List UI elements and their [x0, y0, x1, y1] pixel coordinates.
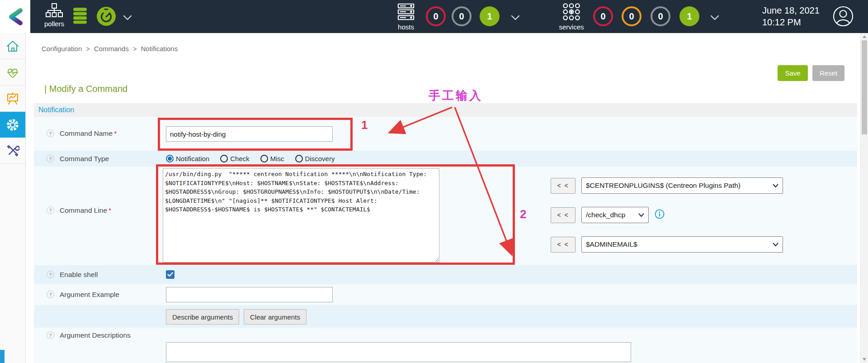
centreon-logo-icon: [6, 7, 25, 26]
radio-icon: [295, 155, 303, 162]
reset-button[interactable]: Reset: [812, 65, 844, 81]
breadcrumb-notifications[interactable]: Notifications: [141, 45, 178, 53]
services-label: services: [557, 23, 586, 31]
hosts-label: hosts: [392, 23, 420, 31]
services-critical-badge[interactable]: 0: [593, 6, 613, 26]
chevron-down-icon[interactable]: [123, 14, 132, 22]
save-button[interactable]: Save: [778, 65, 808, 81]
chevron-down-icon[interactable]: [511, 14, 520, 22]
sidebar-item-reporting[interactable]: [0, 86, 25, 112]
scroll-down-arrow[interactable]: [863, 358, 866, 361]
hosts-icon: [396, 3, 415, 21]
field-row-argument-descriptions: Argument Descriptions: [34, 328, 857, 363]
sidebar-item-home[interactable]: [0, 33, 25, 59]
centreon-logo[interactable]: [0, 0, 30, 33]
breadcrumb-commands[interactable]: Commands: [94, 45, 129, 53]
chevron-down-icon: [638, 213, 644, 217]
radio-selected-icon: [166, 155, 174, 162]
sidebar-item-monitoring[interactable]: [0, 59, 25, 86]
heart-pulse-icon: [6, 66, 19, 79]
hosts-unreachable-badge[interactable]: 0: [452, 6, 472, 26]
enable-shell-label: Enable shell: [60, 271, 98, 279]
sidebar: [0, 33, 26, 363]
insert-macro-button[interactable]: < <: [551, 178, 576, 194]
field-row-command-line: Command Line* /usr/bin/ding.py "***** ce…: [34, 167, 857, 265]
radio-discovery[interactable]: Discovery: [295, 155, 335, 162]
argument-descriptions-input[interactable]: [166, 342, 631, 362]
command-name-input[interactable]: [166, 126, 333, 142]
pollers-status[interactable]: pollers: [41, 3, 68, 28]
radio-check[interactable]: Check: [220, 155, 250, 162]
chevron-down-icon: [773, 243, 778, 247]
sidebar-item-configuration[interactable]: [0, 112, 25, 138]
command-name-label: Command Name*: [60, 129, 117, 138]
insert-macro-button[interactable]: < <: [551, 207, 576, 223]
tab-notification[interactable]: Notification: [34, 103, 79, 117]
macro-row-plugin: < < /check_dhcp: [551, 207, 665, 223]
enable-shell-checkbox[interactable]: [166, 270, 175, 279]
breadcrumb-configuration[interactable]: Configuration: [42, 45, 82, 53]
hosts-down-badge[interactable]: 0: [426, 6, 446, 26]
check-plugin-select[interactable]: /check_dhcp: [581, 207, 649, 223]
check-icon: [167, 272, 173, 277]
help-icon[interactable]: [47, 271, 54, 278]
tab-bar: Notification: [34, 103, 857, 117]
hosts-up-badge[interactable]: 1: [480, 6, 500, 26]
main-content: Configuration > Commands > Notifications…: [26, 33, 860, 363]
pollers-label: pollers: [41, 20, 68, 28]
services-ok-badge[interactable]: 1: [679, 6, 699, 26]
latency-status-icon[interactable]: [96, 6, 116, 28]
database-status-icon[interactable]: [71, 7, 89, 27]
services-status[interactable]: services: [557, 3, 586, 31]
annotation-marker-1: 1: [361, 118, 368, 132]
help-icon[interactable]: [47, 129, 54, 137]
presentation-chart-icon: [6, 92, 19, 105]
describe-arguments-button[interactable]: Describe arguments: [166, 309, 239, 325]
centreon-app: pollers hosts: [0, 0, 868, 363]
field-row-command-name: Command Name*: [34, 117, 857, 151]
command-type-radio-group: Notification Check Misc Discovery: [166, 151, 335, 167]
field-row-command-type: Command Type Notification Check Misc Dis…: [34, 151, 857, 167]
command-type-label: Command Type: [60, 155, 109, 163]
services-warning-badge[interactable]: 0: [622, 6, 642, 26]
annotation-marker-2: 2: [520, 207, 526, 221]
chevron-down-icon[interactable]: [710, 14, 719, 22]
argument-example-label: Argument Example: [60, 291, 119, 299]
clear-arguments-button[interactable]: Clear arguments: [244, 309, 307, 325]
sidebar-scroll-indicator[interactable]: [0, 350, 5, 363]
hosts-status[interactable]: hosts: [392, 3, 420, 31]
insert-macro-button[interactable]: < <: [551, 237, 576, 253]
vertical-scrollbar[interactable]: [860, 33, 868, 363]
chevron-down-icon: [773, 184, 778, 188]
argument-example-input[interactable]: [166, 287, 333, 302]
macro-row-plugins-path: < < $CENTREONPLUGINS$ (Centreon Plugins …: [551, 177, 783, 194]
radio-misc[interactable]: Misc: [260, 155, 284, 162]
field-row-enable-shell: Enable shell: [34, 265, 857, 284]
admin-email-select[interactable]: $ADMINEMAIL$: [581, 236, 783, 253]
page-title: | Modify a Command: [44, 84, 127, 94]
plugins-path-select[interactable]: $CENTREONPLUGINS$ (Centreon Plugins Path…: [581, 177, 783, 194]
command-line-label: Command Line*: [60, 206, 111, 215]
sidebar-item-administration[interactable]: [0, 138, 25, 164]
help-icon[interactable]: [47, 291, 54, 298]
field-row-argument-example: Argument Example: [34, 284, 857, 305]
services-icon: [562, 3, 580, 21]
services-unknown-badge[interactable]: 0: [651, 6, 670, 26]
pollers-icon: [46, 3, 63, 18]
user-icon: [833, 6, 854, 27]
help-icon[interactable]: [47, 155, 54, 162]
scroll-up-arrow[interactable]: [863, 35, 866, 38]
scrollbar-thumb[interactable]: [862, 40, 867, 134]
macro-row-admin-email: < < $ADMINEMAIL$: [551, 236, 783, 253]
argument-buttons-row: Describe arguments Clear arguments: [34, 305, 857, 328]
home-icon: [6, 39, 19, 53]
argument-descriptions-label: Argument Descriptions: [60, 331, 131, 339]
help-icon[interactable]: [47, 331, 54, 339]
time-text: 10:12 PM: [762, 16, 820, 28]
user-menu[interactable]: [833, 6, 854, 29]
help-icon[interactable]: [47, 206, 54, 214]
breadcrumb-separator: >: [133, 45, 137, 53]
command-line-textarea[interactable]: /usr/bin/ding.py "***** centreon Notific…: [163, 168, 439, 263]
radio-notification[interactable]: Notification: [166, 155, 209, 162]
info-icon[interactable]: [655, 209, 665, 221]
